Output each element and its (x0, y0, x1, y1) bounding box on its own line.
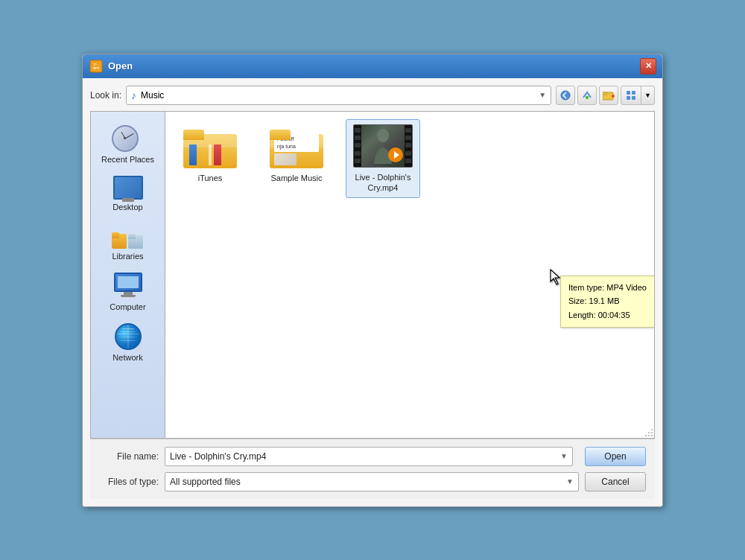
file-name-input[interactable]: Live - Dolphin's Cry.mp4 ▼ (165, 447, 573, 466)
views-icon (621, 90, 641, 101)
file-item-dolphin-cry[interactable]: Live - Dolphin'sCry.mp4 (346, 119, 420, 199)
dropdown-arrow-icon: ▼ (539, 91, 546, 99)
toolbar-row: Look in: ♪ Music ▼ (90, 86, 655, 105)
action-buttons: Open (585, 447, 646, 466)
files-of-type-value: All supported files (170, 477, 241, 487)
files-of-type-label: Files of type: (99, 477, 159, 487)
file-name-label: File name: (99, 451, 159, 462)
svg-rect-9 (627, 91, 630, 95)
libraries-icon (112, 223, 145, 249)
svg-rect-4 (586, 96, 589, 99)
resize-handle[interactable] (644, 427, 653, 436)
bottom-section: File name: Live - Dolphin's Cry.mp4 ▼ Op… (90, 439, 655, 499)
video-thumbnail-icon (353, 124, 413, 168)
files-of-type-dropdown[interactable]: All supported files ▼ (165, 472, 579, 491)
sidebar-item-desktop[interactable]: Desktop (91, 170, 165, 217)
film-strip-left (354, 125, 361, 167)
open-dialog: V→ MP3 Open ✕ Look in: ♪ Music ▼ (82, 54, 663, 507)
play-button-overlay (388, 147, 403, 162)
current-folder-text: Music (141, 90, 534, 101)
svg-point-3 (561, 91, 570, 100)
desktop-icon (113, 176, 143, 200)
network-icon (112, 323, 145, 350)
title-bar: V→ MP3 Open ✕ (83, 54, 662, 78)
svg-point-13 (377, 129, 389, 142)
back-button[interactable] (556, 86, 575, 105)
file-item-itunes-label: iTunes (198, 173, 223, 183)
sidebar-item-computer[interactable]: Computer (91, 267, 165, 317)
svg-rect-11 (627, 96, 630, 100)
main-content: Recent Places Desktop (90, 111, 655, 439)
itunes-folder-icon (183, 124, 237, 168)
film-strip-right (405, 125, 412, 167)
svg-rect-10 (632, 91, 635, 95)
svg-rect-12 (632, 96, 635, 100)
file-item-dolphin-cry-label: Live - Dolphin'sCry.mp4 (355, 172, 411, 194)
look-in-label: Look in: (90, 90, 121, 101)
new-folder-button[interactable] (599, 86, 618, 105)
views-dropdown-arrow[interactable]: ▼ (641, 86, 654, 104)
views-button[interactable]: ▼ (621, 86, 655, 105)
look-in-dropdown[interactable]: ♪ Music ▼ (126, 86, 551, 105)
close-button[interactable]: ✕ (640, 58, 656, 74)
files-of-type-dropdown-arrow: ▼ (566, 477, 574, 486)
toolbar-buttons: ▼ (556, 86, 655, 105)
dialog-body: Look in: ♪ Music ▼ (83, 78, 662, 506)
sidebar-item-desktop-label: Desktop (112, 203, 142, 211)
file-name-value: Live - Dolphin's Cry.mp4 (170, 451, 266, 462)
file-area: iTunes r·Scruff nja tuna (165, 112, 654, 438)
sidebar-item-network-label: Network (112, 353, 142, 362)
svg-rect-6 (603, 92, 607, 95)
sidebar-item-network[interactable]: Network (91, 317, 165, 368)
music-folder-icon: ♪ (131, 89, 136, 101)
dialog-title: Open (108, 60, 640, 71)
cancel-button[interactable]: Cancel (585, 472, 646, 491)
file-tooltip: Item type: MP4 Video Size: 19.1 MB Lengt… (560, 276, 654, 328)
sidebar-item-recent-places[interactable]: Recent Places (91, 119, 165, 170)
sidebar-item-libraries-label: Libraries (112, 252, 143, 261)
app-icon: V→ MP3 (89, 59, 104, 74)
recent-places-icon (112, 125, 145, 152)
computer-icon (112, 273, 145, 299)
sample-music-folder-icon: r·Scruff nja tuna (270, 124, 323, 168)
open-button[interactable]: Open (585, 447, 646, 466)
file-item-itunes[interactable]: iTunes (173, 119, 247, 199)
file-item-sample-music[interactable]: r·Scruff nja tuna Sample Music (259, 119, 334, 199)
sidebar: Recent Places Desktop (91, 112, 165, 438)
tooltip-size: Size: 19.1 MB (568, 294, 647, 308)
file-name-dropdown-arrow: ▼ (560, 452, 568, 460)
tooltip-length: Length: 00:04:35 (568, 308, 647, 322)
sidebar-item-recent-places-label: Recent Places (101, 155, 154, 164)
tooltip-item-type: Item type: MP4 Video (568, 281, 647, 295)
sidebar-item-computer-label: Computer (110, 302, 145, 311)
up-button[interactable] (577, 86, 597, 105)
file-item-sample-music-label: Sample Music (270, 173, 322, 183)
svg-text:MP3: MP3 (93, 66, 100, 70)
sidebar-item-libraries[interactable]: Libraries (91, 217, 165, 267)
